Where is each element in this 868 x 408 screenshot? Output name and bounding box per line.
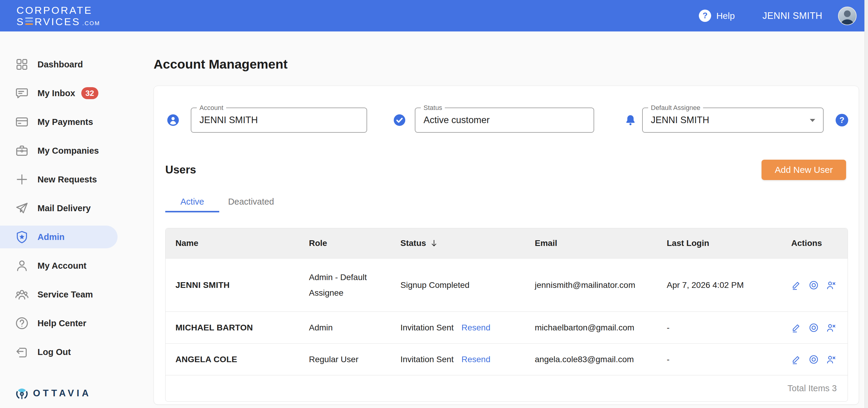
default-assignee-label: Default Assignee xyxy=(648,104,703,112)
users-table: Name Role Status Email Last Login Action… xyxy=(165,228,848,402)
cell-status: Invitation Sent Resend xyxy=(400,355,535,364)
account-management-card: Account Status Default Assignee JENNI SM… xyxy=(154,86,859,405)
view-user-icon[interactable] xyxy=(809,322,819,333)
account-input[interactable] xyxy=(191,115,367,126)
table-row-angela-cole: ANGELA COLE Regular User Invitation Sent… xyxy=(165,343,847,375)
assignee-help-icon[interactable]: ? xyxy=(836,114,848,127)
account-field: Account xyxy=(191,107,367,133)
paper-plane-icon xyxy=(15,201,29,215)
edit-user-icon[interactable] xyxy=(791,322,801,333)
status-field: Status xyxy=(415,107,594,133)
table-row-jenni-smith: JENNI SMITH Admin - Default Assignee Sig… xyxy=(165,258,847,311)
sidebar-item-admin[interactable]: Admin xyxy=(0,226,118,248)
view-user-icon[interactable] xyxy=(809,280,819,290)
sort-descending-icon[interactable] xyxy=(430,239,438,247)
dropdown-arrow-icon xyxy=(809,118,816,124)
sidebar-item-help-center[interactable]: Help Center xyxy=(0,312,118,335)
column-header-name: Name xyxy=(176,238,309,248)
account-fields-row: Account Status Default Assignee JENNI SM… xyxy=(154,86,859,133)
column-header-status[interactable]: Status xyxy=(400,238,535,248)
account-person-icon xyxy=(167,114,179,127)
credit-card-icon xyxy=(15,115,29,129)
users-header-row: Users Add New User xyxy=(154,160,859,180)
person-icon xyxy=(15,259,29,273)
assignee-bell-icon xyxy=(624,114,637,127)
cell-name: JENNI SMITH xyxy=(176,280,309,290)
users-table-header: Name Role Status Email Last Login Action… xyxy=(165,228,847,258)
admin-shield-icon xyxy=(15,230,29,244)
inbox-count-badge: 32 xyxy=(81,87,98,99)
edit-user-icon[interactable] xyxy=(791,280,801,290)
dashboard-grid-icon xyxy=(15,58,29,71)
account-field-label: Account xyxy=(197,104,226,112)
sidebar-item-service-team[interactable]: Service Team xyxy=(0,283,118,306)
users-table-footer: Total Items 3 xyxy=(165,375,847,401)
resend-link[interactable]: Resend xyxy=(461,323,490,333)
avatar-silhouette-icon xyxy=(839,8,856,25)
add-new-user-button[interactable]: Add New User xyxy=(762,160,846,180)
cell-name: MICHAEL BARTON xyxy=(176,323,309,333)
help-label: Help xyxy=(716,11,735,21)
page-title: Account Management xyxy=(154,57,864,72)
column-header-email: Email xyxy=(535,238,667,248)
cell-email: jennismith@mailinator.com xyxy=(535,280,667,290)
cell-last-login: - xyxy=(667,355,791,364)
column-header-actions: Actions xyxy=(791,238,847,248)
sidebar-item-my-inbox[interactable]: My Inbox 32 xyxy=(0,82,118,105)
sidebar-item-log-out[interactable]: Log Out xyxy=(0,341,118,363)
logo-line2: S RVICES .COM xyxy=(17,16,100,27)
users-section-title: Users xyxy=(165,164,196,176)
user-avatar[interactable] xyxy=(838,7,857,25)
briefcase-icon xyxy=(15,144,29,158)
column-header-last-login: Last Login xyxy=(667,238,791,248)
main-content: Account Management Account Status Def xyxy=(147,31,864,405)
sidebar-item-dashboard[interactable]: Dashboard xyxy=(0,53,118,76)
sidebar-item-mail-delivery[interactable]: Mail Delivery xyxy=(0,197,118,219)
inbox-message-icon xyxy=(15,86,29,100)
logo-e-bars-icon xyxy=(25,18,33,25)
cell-email: angela.cole83@gmail.com xyxy=(535,355,667,364)
default-assignee-select[interactable]: Default Assignee JENNI SMITH xyxy=(642,107,824,133)
cell-actions xyxy=(791,280,847,290)
table-row-michael-barton: MICHAEL BARTON Admin Invitation Sent Res… xyxy=(165,311,847,343)
logout-icon xyxy=(15,345,29,359)
corporate-services-logo[interactable]: CORPORATE S RVICES .COM xyxy=(17,5,100,27)
view-user-icon[interactable] xyxy=(809,354,819,365)
sidebar-item-my-payments[interactable]: My Payments xyxy=(0,110,118,133)
tab-deactivated[interactable]: Deactivated xyxy=(219,193,283,212)
cell-actions xyxy=(791,322,847,333)
sidebar-item-new-requests[interactable]: New Requests xyxy=(0,168,118,191)
status-check-icon xyxy=(393,114,406,127)
edit-user-icon[interactable] xyxy=(791,354,801,365)
help-question-icon: ? xyxy=(699,9,711,22)
cell-status: Invitation Sent Resend xyxy=(400,323,535,333)
cell-role: Admin xyxy=(309,320,400,336)
logo-line1: CORPORATE xyxy=(17,5,100,15)
sidebar-item-my-account[interactable]: My Account xyxy=(0,254,118,277)
sidebar-nav: Dashboard My Inbox 32 My Payments My Com… xyxy=(0,31,147,408)
sidebar-item-my-companies[interactable]: My Companies xyxy=(0,139,118,162)
cell-role: Admin - Default Assignee xyxy=(309,270,400,301)
topbar-username[interactable]: JENNI SMITH xyxy=(763,10,823,21)
cell-status: Signup Completed xyxy=(400,280,535,290)
total-items-label: Total Items 3 xyxy=(787,383,837,393)
users-tabs: Active Deactivated xyxy=(165,193,859,212)
column-header-role: Role xyxy=(309,238,400,248)
deactivate-user-icon[interactable] xyxy=(826,354,836,365)
default-assignee-value: JENNI SMITH xyxy=(643,115,709,126)
help-circle-icon xyxy=(15,316,29,330)
cell-last-login: Apr 7, 2026 4:02 PM xyxy=(667,280,791,290)
page-scrollbar[interactable] xyxy=(864,0,868,408)
deactivate-user-icon[interactable] xyxy=(826,322,836,333)
ottavia-logo-icon xyxy=(15,386,29,400)
top-bar: CORPORATE S RVICES .COM ? Help JENNI SMI… xyxy=(0,0,864,31)
tab-active[interactable]: Active xyxy=(165,193,219,212)
cell-name: ANGELA COLE xyxy=(176,355,309,364)
plus-icon xyxy=(15,173,29,186)
resend-link[interactable]: Resend xyxy=(461,355,490,364)
status-input[interactable] xyxy=(415,115,594,126)
help-button[interactable]: ? Help xyxy=(699,9,735,22)
ottavia-logo-text: OTTAVIA xyxy=(33,388,91,399)
cell-email: michaelbarton@gmail.com xyxy=(535,323,667,333)
deactivate-user-icon[interactable] xyxy=(826,280,836,290)
